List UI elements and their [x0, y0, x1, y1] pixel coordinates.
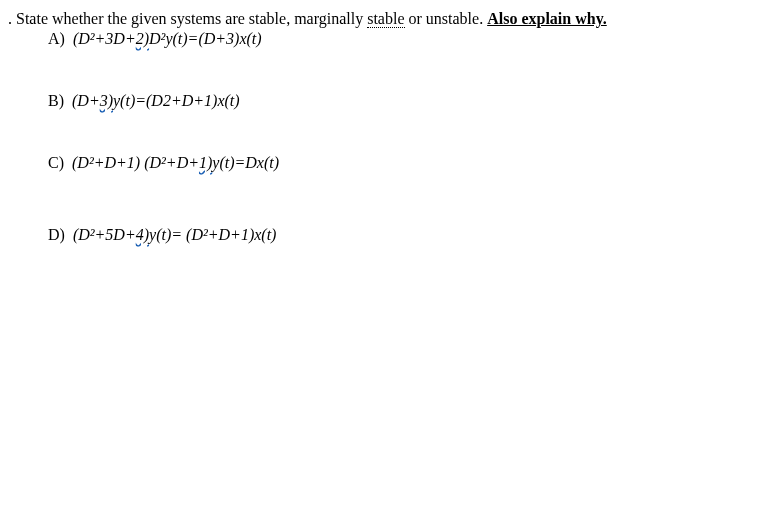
eq-b-p2: y(t)=(D2+D+1)x(t) [113, 92, 240, 109]
eq-b-p1: (D+ [72, 92, 100, 109]
eq-d-p1: (D²+5D+ [73, 226, 136, 243]
label-b: B) [48, 92, 64, 109]
item-d: D)(D²+5D+4)y(t)= (D²+D+1)x(t) [48, 226, 770, 244]
eq-d-num: 4) [136, 226, 149, 243]
eq-a-p2: D²y(t)=(D+3)x(t) [149, 30, 262, 47]
question-intro: . State whether the given systems are st… [8, 10, 770, 28]
intro-explain: Also explain why. [487, 10, 607, 27]
eq-c-num: 1) [199, 154, 212, 171]
eq-a-num: 2) [136, 30, 149, 47]
eq-d-p2: y(t)= (D²+D+1)x(t) [149, 226, 276, 243]
eq-c-p2: y(t)=Dx(t) [212, 154, 279, 171]
eq-b-num: 3) [100, 92, 113, 109]
eq-a-p1: (D²+3D+ [73, 30, 136, 47]
eq-c-p1: (D²+D+1) (D²+D+ [72, 154, 199, 171]
item-c: C)(D²+D+1) (D²+D+1)y(t)=Dx(t) [48, 154, 770, 172]
intro-text-2: or unstable. [405, 10, 488, 27]
item-b: B)(D+3)y(t)=(D2+D+1)x(t) [48, 92, 770, 110]
label-d: D) [48, 226, 65, 243]
label-c: C) [48, 154, 64, 171]
item-a: A)(D²+3D+2)D²y(t)=(D+3)x(t) [48, 30, 770, 48]
label-a: A) [48, 30, 65, 47]
intro-stable-word: stable [367, 10, 404, 28]
intro-text-1: . State whether the given systems are st… [8, 10, 367, 27]
